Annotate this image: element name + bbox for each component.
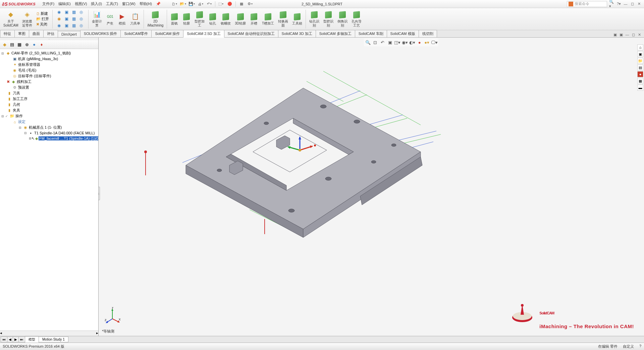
tab-sc-3d[interactable]: SolidCAM 3D 加工 (278, 30, 316, 37)
tab-sketch[interactable]: 草图 (14, 30, 29, 37)
doc-close[interactable]: ✕ (637, 32, 642, 37)
chamfer-recognition-button[interactable]: 倒角识 别 (335, 10, 350, 28)
fm-tab-2[interactable]: ▤ (9, 41, 15, 48)
tab-motion-study[interactable]: Motion Study 1 (39, 337, 68, 342)
doc-minimize[interactable]: — (625, 32, 630, 37)
prev-view-icon[interactable]: ↶ (379, 39, 386, 46)
toolbox-button[interactable]: 工具箱 (290, 12, 304, 26)
section-view-icon[interactable]: ▣ (387, 39, 393, 46)
select-button[interactable]: ⬚ (217, 1, 225, 7)
geo-6[interactable]: ▣ (63, 16, 69, 21)
view-orient-icon[interactable]: ◫▾ (394, 39, 401, 46)
tab-nav-last[interactable]: ⏭ (18, 337, 25, 342)
geo-2[interactable]: ▣ (63, 9, 69, 15)
graphics-viewport[interactable]: 🔍 ⊡ ↶ ▣ ◫▾ ◉▾ ◐▾ ● ●▾ 🖵▾ ⌂ ▣ 📁 ▤ ● ▦ ▬ (99, 38, 644, 336)
panel-btn-2[interactable]: ▣ (619, 32, 624, 37)
fm-tab-1[interactable]: ◆ (1, 41, 8, 48)
translate-button[interactable]: 转换画 面 (276, 10, 290, 28)
drill-button[interactable]: 钻孔 (207, 12, 219, 26)
fm-tab-3[interactable]: ▦ (16, 41, 23, 48)
geo-9[interactable]: ◉ (56, 23, 62, 28)
about-solidcam-button[interactable]: ◆关于 SolidCAM (1, 10, 20, 28)
imachining-2d-button[interactable]: 2D iMachining (145, 10, 165, 28)
geo-8[interactable]: ◎ (78, 16, 84, 21)
tab-sc-part[interactable]: SolidCAM零件 (120, 30, 152, 37)
menu-view[interactable]: 视图(V) (75, 1, 87, 6)
tab-evaluate[interactable]: 评估 (43, 30, 58, 37)
geo-11[interactable]: ▦ (71, 23, 77, 28)
menu-window[interactable]: 窗口(W) (122, 1, 136, 6)
threadmill-button[interactable]: 铣螺纹 (219, 12, 233, 26)
minimize-button[interactable]: — (623, 1, 629, 7)
tab-nav-next[interactable]: ▶ (13, 337, 19, 342)
hole-wizard-button[interactable]: 孔向导 工艺 (350, 10, 364, 28)
tree-home[interactable]: ⊟◉机械原点 1 (1- 位置) (1, 125, 98, 130)
tree-machine[interactable]: ▣机床 (gMilling_Haas_3x) (1, 56, 98, 62)
open-label[interactable]: 打开 (42, 16, 49, 21)
side-view-palette-icon[interactable]: ● (637, 71, 643, 77)
options-button[interactable]: ▦ (238, 1, 245, 7)
tab-sc-turning[interactable]: SolidCAM 车削 (355, 30, 387, 37)
geo-12[interactable]: ◎ (78, 23, 84, 28)
maximize-button[interactable]: ◻ (629, 1, 635, 7)
tree-stock[interactable]: ◉毛坯 (毛坯) (1, 68, 98, 73)
geo-10[interactable]: ▣ (63, 23, 69, 28)
slot-button[interactable]: 开槽 (248, 12, 260, 26)
tab-sc-multiaxis[interactable]: SolidCAM 多轴加工 (316, 30, 355, 37)
drill-recognition-button[interactable]: 钻孔识 别 (307, 10, 321, 28)
menu-help[interactable]: 帮助(H) (140, 1, 152, 6)
tab-model[interactable]: 模型 (25, 336, 39, 343)
tab-sc-25d[interactable]: SolidCAM 2.5D 加工 (183, 30, 224, 38)
tree-root[interactable]: ⊟◆CAM-零件 (2_5D_MILLING_1_铣削) (1, 50, 98, 56)
tab-surfaces[interactable]: 曲面 (29, 30, 44, 37)
pocket-recognition-button[interactable]: 型腔识 别 (321, 10, 335, 28)
tslot-button[interactable]: T槽加工 (260, 12, 276, 26)
close-label[interactable]: 关闭 (40, 22, 47, 27)
recent-parts-button[interactable]: ◈浏览最 近零件 (20, 10, 34, 28)
tree-setup[interactable]: ⌂设定 (1, 119, 98, 125)
side-appearances-icon[interactable]: ▦ (637, 78, 643, 84)
tree-operations[interactable]: ⊟✓📁操作 (1, 113, 98, 119)
side-resources-icon[interactable]: ▣ (637, 51, 643, 57)
menu-file[interactable]: 文件(F) (42, 1, 54, 6)
pin-icon[interactable]: 📌 (156, 2, 161, 6)
tab-dimxpert[interactable]: DimXpert (58, 31, 80, 37)
open-button[interactable]: 📂 (179, 1, 187, 7)
search-dropdown[interactable]: 🔍▾ (609, 1, 615, 7)
geo-4[interactable]: ◎ (78, 9, 84, 15)
tree-geometry[interactable]: ▮几何 (1, 102, 98, 107)
calculate-all-button[interactable]: 📊全部计 算 (90, 10, 104, 28)
display-style-icon[interactable]: ◉▾ (401, 39, 408, 46)
simulate-button[interactable]: ▶模拟 (116, 12, 128, 26)
tab-addins[interactable]: SOLIDWORKS 插件 (80, 30, 121, 37)
tree-machining[interactable]: ▮加工工序 (1, 96, 98, 102)
appearance-icon[interactable]: ● (416, 39, 423, 46)
tree-restmat[interactable]: ✖◆残料加工 (1, 79, 98, 85)
tab-nav-prev[interactable]: ◀ (7, 337, 13, 342)
close-button[interactable]: ✕ (636, 1, 642, 7)
geo-3[interactable]: ▦ (71, 9, 77, 15)
geo-1[interactable]: ◉ (56, 9, 62, 15)
tab-sc-afr[interactable]: SolidCAM 自动特征识别加工 (224, 30, 278, 37)
fm-tab-5[interactable]: ● (31, 41, 38, 48)
fm-tab-4[interactable]: ⊕ (23, 41, 30, 48)
tree-fixtures[interactable]: ▮夹具 (1, 107, 98, 113)
pocket-button[interactable]: 型腔加 工 (193, 10, 207, 28)
tab-sc-template[interactable]: SolidCAM 模版 (387, 30, 419, 37)
panel-btn-1[interactable]: ▣ (612, 32, 618, 37)
save-button[interactable]: 💾 (188, 1, 196, 7)
profile-3d-button[interactable]: 3D轮廓 (233, 12, 248, 26)
menu-insert[interactable]: 插入(I) (91, 1, 102, 6)
print-button[interactable]: 🖨 (197, 1, 204, 7)
scene-icon[interactable]: ●▾ (424, 39, 430, 46)
zoom-fit-icon[interactable]: 🔍 (365, 39, 371, 46)
undo-button[interactable]: ↶ (206, 1, 213, 7)
new-icon[interactable]: 🗋 (36, 12, 40, 16)
rebuild-button[interactable]: 🔴 (226, 1, 233, 7)
face-mill-button[interactable]: 面铣 (168, 12, 180, 26)
side-home-icon[interactable]: ⌂ (637, 44, 643, 50)
tree-tools[interactable]: ▮刀具 (1, 90, 98, 96)
menu-edit[interactable]: 编辑(E) (58, 1, 71, 6)
panel-scrollbar[interactable]: ◂▸ (0, 331, 98, 336)
new-button[interactable]: 🗋 (171, 1, 178, 7)
